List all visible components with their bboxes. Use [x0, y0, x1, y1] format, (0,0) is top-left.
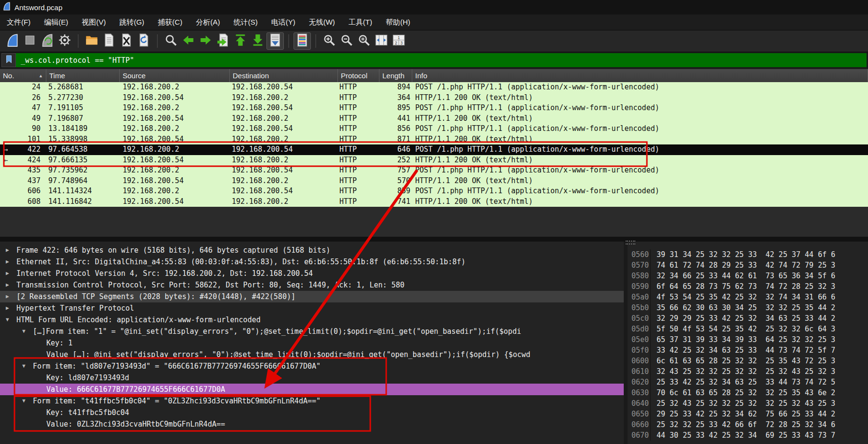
packet-row-424[interactable]: ←42497.666135192.168.200.54192.168.200.2… [0, 155, 868, 166]
hex-row-05f0[interactable]: 05f033 42 25 32 34 63 25 33 44 73 74 72 … [628, 345, 868, 356]
detail-row-12[interactable]: Key: ld807e7193493d [0, 372, 624, 384]
column-header-length[interactable]: Length [379, 69, 412, 82]
menu-item-11[interactable]: 帮助(H) [379, 14, 417, 30]
packet-row-437[interactable]: 43797.748964192.168.200.54192.168.200.2H… [0, 176, 868, 186]
expander-closed-icon[interactable]: ▶ [6, 268, 16, 279]
hex-row-0640[interactable]: 064025 32 43 25 32 32 25 32 32 25 32 43 … [628, 398, 868, 409]
hex-row-0600[interactable]: 06006c 61 63 65 28 25 32 32 25 35 43 72 … [628, 356, 868, 366]
menu-item-3[interactable]: 视图(V) [75, 14, 112, 30]
capture-options-button[interactable] [56, 32, 73, 50]
resize-columns-button[interactable] [373, 32, 390, 50]
detail-row-1[interactable]: ▶Frame 422: 646 bytes on wire (5168 bits… [0, 244, 624, 256]
hex-row-0620[interactable]: 062025 33 42 25 32 34 63 25 33 44 73 74 … [628, 377, 868, 387]
hex-row-0590[interactable]: 05906f 64 65 28 73 75 62 73 74 72 28 25 … [628, 281, 868, 292]
detail-row-2[interactable]: ▶Ethernet II, Src: DigitalChina_a4:55:83… [0, 256, 624, 268]
expander-open-icon[interactable]: ▼ [22, 360, 33, 372]
column-header-time[interactable]: Time [46, 69, 120, 82]
detail-row-3[interactable]: ▶Internet Protocol Version 4, Src: 192.1… [0, 268, 624, 279]
detail-row-14[interactable]: ▼Form item: "t41ffbc5fb0c04" = "0ZL3Zhci… [0, 395, 624, 407]
hex-row-0560[interactable]: 056039 31 34 25 32 32 25 33 42 25 37 44 … [628, 249, 868, 260]
menu-item-6[interactable]: 分析(A) [189, 14, 227, 30]
expander-open-icon[interactable]: ▼ [22, 395, 33, 407]
go-forward-button[interactable] [197, 32, 214, 50]
menu-item-7[interactable]: 统计(S) [227, 14, 265, 30]
packet-row-606[interactable]: 606141.114324192.168.200.2192.168.200.54… [0, 186, 868, 197]
menu-item-5[interactable]: 捕获(C) [151, 14, 189, 30]
restart-capture-button[interactable] [39, 32, 56, 50]
hex-row-0630[interactable]: 063070 6c 61 63 65 28 25 32 32 25 35 43 … [628, 387, 868, 398]
column-header-source[interactable]: Source [120, 69, 230, 82]
menu-item-8[interactable]: 电话(Y) [265, 14, 302, 30]
hex-row-05a0[interactable]: 05a04f 53 54 25 35 42 25 32 32 74 34 31 … [628, 292, 868, 302]
hex-row-05c0[interactable]: 05c032 29 29 25 33 42 25 32 34 63 25 33 … [628, 313, 868, 324]
packet-row-49[interactable]: 497.196807192.168.200.54192.168.200.2HTT… [0, 114, 868, 124]
reload-file-button[interactable] [135, 32, 153, 50]
auto-scroll-button[interactable] [266, 32, 284, 50]
expander-closed-icon[interactable]: ▶ [6, 279, 16, 291]
detail-row-13[interactable]: Value: 666C61677B77726974655F666C61677D0… [0, 384, 624, 395]
expander-closed-icon[interactable]: ▶ [6, 256, 16, 268]
packet-row-608[interactable]: 608141.116842192.168.200.54192.168.200.2… [0, 197, 868, 207]
menu-item-10[interactable]: 工具(T) [342, 14, 379, 30]
zoom-out-button[interactable] [338, 32, 355, 50]
fixed-width-columns-button[interactable]: 123 [390, 32, 407, 50]
hex-row-05e0[interactable]: 05e065 37 31 39 33 34 39 33 64 25 32 32 … [628, 334, 868, 345]
column-header-info[interactable]: Info [412, 69, 868, 82]
detail-row-9[interactable]: Key: 1 [0, 337, 624, 349]
packet-row-90[interactable]: 9013.184189192.168.200.2192.168.200.54HT… [0, 124, 868, 134]
hex-row-05b0[interactable]: 05b035 66 62 30 63 30 34 25 32 32 25 35 … [628, 302, 868, 313]
zoom-in-button[interactable] [321, 32, 338, 50]
packet-row-422[interactable]: →42297.664538192.168.200.2192.168.200.54… [0, 144, 868, 155]
detail-row-10[interactable]: Value […]: @ini_set("display_errors", "0… [0, 349, 624, 360]
hex-row-0610[interactable]: 061032 43 25 32 32 25 32 32 25 32 43 25 … [628, 366, 868, 377]
expander-closed-icon[interactable]: ▶ [6, 302, 16, 314]
stop-capture-button[interactable] [21, 32, 39, 50]
detail-row-7[interactable]: ▼HTML Form URL Encoded: application/x-ww… [0, 314, 624, 326]
hex-bytes: 25 33 42 25 32 34 63 25 33 44 73 74 72 5 [650, 377, 835, 387]
menu-item-9[interactable]: 无线(W) [302, 14, 342, 30]
detail-row-5[interactable]: ▶[2 Reassembled TCP Segments (2028 bytes… [0, 291, 624, 302]
horizontal-pane-splitter[interactable] [0, 237, 868, 242]
hex-row-0650[interactable]: 065029 25 33 42 25 32 34 62 75 66 25 33 … [628, 409, 868, 419]
hex-row-05d0[interactable]: 05d05f 50 4f 53 54 25 35 42 25 32 32 6c … [628, 324, 868, 334]
close-file-button[interactable] [118, 32, 135, 50]
detail-row-4[interactable]: ▶Transmission Control Protocol, Src Port… [0, 279, 624, 291]
packet-row-26[interactable]: 265.277230192.168.200.54192.168.200.2HTT… [0, 93, 868, 103]
packet-row-47[interactable]: 477.191105192.168.200.2192.168.200.54HTT… [0, 103, 868, 114]
vertical-pane-splitter[interactable] [624, 242, 628, 444]
menu-item-2[interactable]: 编辑(E) [37, 14, 75, 30]
expander-closed-icon[interactable]: ▶ [6, 291, 16, 302]
column-header-destination[interactable]: Destination [230, 69, 338, 82]
go-first-button[interactable] [232, 32, 249, 50]
hex-row-0660[interactable]: 066025 32 32 25 33 42 66 6f 72 28 25 32 … [628, 419, 868, 430]
packet-row-101[interactable]: 10115.338998192.168.200.54192.168.200.2H… [0, 134, 868, 145]
packet-row-24[interactable]: 245.268681192.168.200.2192.168.200.54HTT… [0, 82, 868, 93]
expander-open-icon[interactable]: ▼ [22, 326, 33, 337]
expander-closed-icon[interactable]: ▶ [6, 244, 16, 256]
go-last-button[interactable] [249, 32, 266, 50]
zoom-reset-button[interactable] [355, 32, 373, 50]
packet-row-435[interactable]: 43597.735962192.168.200.2192.168.200.54H… [0, 165, 868, 176]
menu-item-1[interactable]: 文件(F) [0, 14, 37, 30]
detail-row-6[interactable]: ▶Hypertext Transfer Protocol [0, 302, 624, 314]
go-back-button[interactable] [180, 32, 197, 50]
column-header-protocol[interactable]: Protocol [338, 69, 379, 82]
detail-row-8[interactable]: ▼[…]Form item: "1" = "@ini_set("display_… [0, 326, 624, 337]
save-file-button[interactable] [100, 32, 118, 50]
hex-row-0670[interactable]: 067044 30 25 33 42 25 32 34 69 25 33 43 … [628, 430, 868, 441]
open-file-button[interactable] [83, 32, 100, 50]
detail-row-16[interactable]: Value: 0ZL3Zhci93d3cvaHRtbC9mbGFnLnR4dA=… [0, 418, 624, 430]
detail-row-11[interactable]: ▼Form item: "ld807e7193493d" = "666C6167… [0, 360, 624, 372]
find-packet-button[interactable] [162, 32, 180, 50]
colorize-packets-button[interactable] [294, 32, 311, 50]
detail-row-15[interactable]: Key: t41ffbc5fb0c04 [0, 407, 624, 418]
column-header-no[interactable]: No.▲ [0, 69, 46, 82]
hex-row-0570[interactable]: 057074 61 72 74 28 29 25 33 42 74 72 79 … [628, 260, 868, 271]
hex-row-0580[interactable]: 058032 34 66 25 33 44 62 61 73 65 36 34 … [628, 271, 868, 281]
start-capture-button[interactable] [4, 32, 21, 50]
go-to-packet-button[interactable] [214, 32, 232, 50]
expander-open-icon[interactable]: ▼ [6, 314, 16, 326]
display-filter-input[interactable]: _ws.col.protocol == "HTTP" [16, 53, 867, 67]
menu-item-4[interactable]: 跳转(G) [112, 14, 151, 30]
filter-bookmark-button[interactable] [1, 53, 16, 67]
